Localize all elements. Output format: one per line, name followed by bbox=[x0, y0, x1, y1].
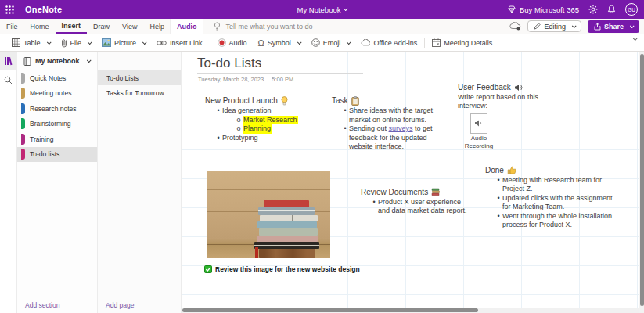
chevron-down-icon bbox=[344, 6, 348, 11]
book-spine bbox=[257, 236, 318, 242]
tab-audio[interactable]: Audio bbox=[171, 19, 203, 34]
vertical-scrollbar-thumb[interactable] bbox=[640, 54, 644, 306]
app-launcher-icon[interactable] bbox=[0, 0, 19, 19]
buy-label: Buy Microsoft 365 bbox=[520, 5, 579, 14]
search-icon[interactable] bbox=[0, 70, 17, 89]
book-spine bbox=[260, 215, 318, 221]
heading-text: New Product Launch bbox=[205, 96, 278, 106]
vertical-scrollbar[interactable] bbox=[639, 52, 644, 313]
sync-status-icon[interactable] bbox=[509, 22, 521, 31]
ribbon-office-addins-button[interactable]: Office Add-ins bbox=[355, 34, 423, 51]
app-name[interactable]: OneNote bbox=[25, 5, 62, 14]
audio-recording-attachment[interactable] bbox=[470, 113, 487, 134]
ribbon-file-button[interactable]: File bbox=[56, 34, 97, 51]
note-block-review-documents[interactable]: Review Documents •Product X user experie… bbox=[361, 188, 470, 216]
tell-me-search[interactable]: Tell me what you want to do bbox=[214, 19, 312, 34]
book-spine bbox=[259, 249, 315, 258]
ribbon-separator bbox=[424, 38, 425, 48]
tab-home[interactable]: Home bbox=[24, 19, 56, 34]
chevron-down-icon bbox=[46, 40, 51, 45]
text-run: Sending out bbox=[349, 124, 389, 132]
ribbon-table-button[interactable]: Table bbox=[6, 34, 56, 51]
menubar-right: Editing Share bbox=[509, 19, 644, 34]
add-section-button[interactable]: Add section bbox=[25, 301, 59, 309]
ribbon-label: Insert Link bbox=[170, 39, 203, 47]
speaker-emoji-icon bbox=[514, 84, 523, 92]
pages-pane: To-do Lists Tasks for Tomorrow Add page bbox=[98, 52, 182, 313]
books-photo[interactable] bbox=[207, 171, 330, 258]
notebook-header-label: My Notebook bbox=[35, 57, 80, 65]
buy-microsoft-365-button[interactable]: Buy Microsoft 365 bbox=[508, 5, 579, 14]
image-review-todo[interactable]: Review this image for the new website de… bbox=[204, 265, 360, 273]
account-avatar[interactable]: GU bbox=[625, 3, 638, 16]
tell-me-placeholder: Tell me what you want to do bbox=[225, 23, 312, 31]
highlighted-text: Market Research bbox=[243, 116, 298, 125]
bullet-marker: • bbox=[214, 134, 222, 143]
bullet-text: Prototyping bbox=[222, 134, 258, 143]
ribbon-label: Audio bbox=[229, 39, 247, 47]
tab-file[interactable]: File bbox=[0, 19, 24, 34]
wood-plank-line bbox=[207, 189, 330, 190]
section-label: Meeting notes bbox=[30, 89, 71, 97]
share-button[interactable]: Share bbox=[588, 20, 639, 33]
omega-icon: Ω bbox=[258, 38, 264, 48]
horizontal-scrollbar-thumb[interactable] bbox=[182, 308, 478, 312]
notebook-header-dropdown[interactable]: My Notebook bbox=[17, 52, 97, 70]
editing-label: Editing bbox=[544, 23, 566, 31]
section-item-meeting-notes[interactable]: Meeting notes bbox=[17, 86, 97, 102]
sections-pane: My Notebook Quick Notes Meeting notes Re… bbox=[17, 52, 98, 313]
ribbon-label: Table bbox=[23, 39, 41, 47]
page-item-tasks-for-tomorrow[interactable]: Tasks for Tomorrow bbox=[98, 85, 181, 100]
section-item-research-notes[interactable]: Research notes bbox=[17, 101, 97, 117]
tab-help[interactable]: Help bbox=[143, 19, 171, 34]
tab-insert[interactable]: Insert bbox=[56, 19, 88, 34]
tab-draw[interactable]: Draw bbox=[87, 19, 116, 34]
chevron-down-icon bbox=[347, 40, 351, 45]
chevron-down-icon bbox=[297, 40, 302, 45]
attachment-caption-line: Audio bbox=[458, 135, 500, 142]
ribbon-label: Picture bbox=[114, 39, 136, 47]
section-color-tab bbox=[21, 149, 25, 160]
ribbon-meeting-details-button[interactable]: Meeting Details bbox=[426, 34, 498, 51]
chevron-down-icon bbox=[86, 58, 91, 63]
book-spine bbox=[257, 221, 317, 228]
add-page-button[interactable]: Add page bbox=[106, 301, 134, 309]
horizontal-scrollbar[interactable] bbox=[182, 308, 639, 313]
collapse-ribbon-chevron-icon[interactable] bbox=[633, 36, 638, 41]
office-addins-icon bbox=[361, 39, 370, 46]
ribbon-picture-button[interactable]: Picture bbox=[96, 34, 151, 51]
tab-view[interactable]: View bbox=[116, 19, 143, 34]
section-item-to-do-lists[interactable]: To-do lists bbox=[17, 147, 97, 163]
note-block-new-product-launch[interactable]: New Product Launch •Idea generation oMar… bbox=[205, 96, 340, 142]
editing-mode-button[interactable]: Editing bbox=[527, 20, 581, 32]
notebook-icon bbox=[23, 57, 31, 66]
ribbon-label: File bbox=[70, 39, 82, 47]
note-block-task[interactable]: Task •Share ideas with the target market… bbox=[332, 96, 451, 152]
ribbon-insert-link-button[interactable]: Insert Link bbox=[151, 34, 208, 51]
note-block-user-feedback[interactable]: User Feedback Write report based on this… bbox=[458, 83, 555, 150]
ribbon-emoji-button[interactable]: Emoji bbox=[306, 34, 356, 51]
ribbon-symbol-button[interactable]: Ω Symbol bbox=[253, 34, 306, 51]
ribbon-audio-button[interactable]: Audio bbox=[212, 34, 253, 51]
thumbs-up-emoji-icon bbox=[507, 166, 516, 174]
note-canvas[interactable]: To-do Lists Tuesday, March 28, 2023 5:00… bbox=[182, 52, 644, 313]
settings-gear-icon[interactable] bbox=[588, 5, 598, 14]
notebook-title-dropdown[interactable]: My Notebook bbox=[297, 5, 347, 14]
surveys-link[interactable]: surveys bbox=[389, 124, 413, 132]
lightbulb-emoji-icon bbox=[281, 96, 288, 106]
main-area: My Notebook Quick Notes Meeting notes Re… bbox=[0, 52, 644, 313]
notebooks-nav-icon[interactable] bbox=[0, 52, 17, 70]
page-title[interactable]: To-do Lists bbox=[197, 56, 261, 71]
note-block-done[interactable]: Done •Meeting with Research team for Pro… bbox=[485, 166, 615, 230]
section-item-training[interactable]: Training bbox=[17, 131, 97, 147]
section-item-brainstorming[interactable]: Brainstorming bbox=[17, 117, 97, 132]
bullet-text: Product X user experience and data marke… bbox=[378, 198, 470, 216]
book-spine bbox=[258, 207, 315, 215]
section-item-quick-notes[interactable]: Quick Notes bbox=[17, 70, 97, 86]
bullet-marker: o bbox=[235, 124, 243, 134]
notifications-bell-icon[interactable] bbox=[607, 5, 616, 14]
checked-checkbox-icon[interactable] bbox=[204, 265, 212, 273]
page-item-to-do-lists[interactable]: To-do Lists bbox=[98, 70, 181, 85]
section-color-tab bbox=[21, 118, 25, 129]
bullet-marker: o bbox=[235, 116, 243, 125]
